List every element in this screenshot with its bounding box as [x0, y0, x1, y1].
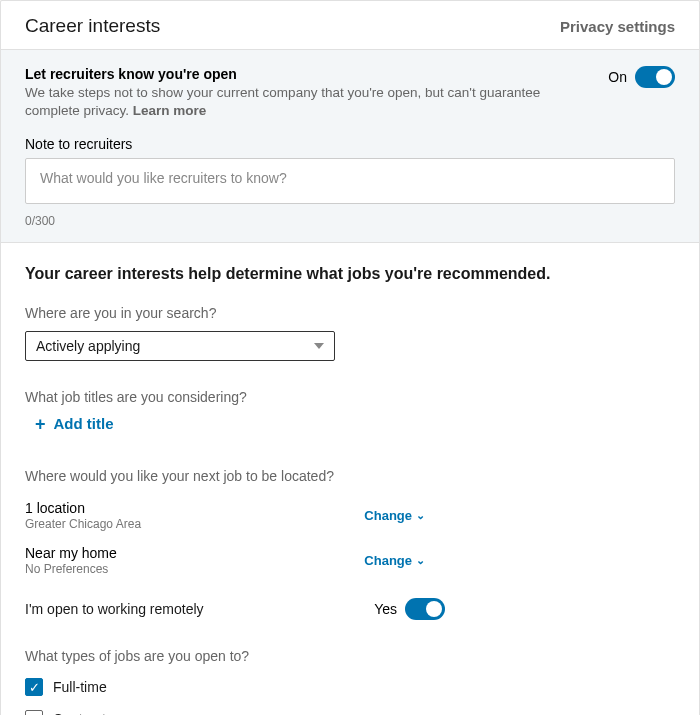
remote-toggle-label: Yes: [374, 601, 397, 617]
chevron-down-icon: ⌄: [416, 554, 425, 567]
card-header: Career interests Privacy settings: [1, 1, 699, 50]
search-stage-label: Where are you in your search?: [25, 305, 675, 321]
recruiters-title: Let recruiters know you're open: [25, 66, 588, 82]
note-field-wrapper: [25, 158, 675, 204]
remote-row: I'm open to working remotely Yes: [25, 598, 445, 620]
job-type-fulltime[interactable]: ✓ Full-time: [25, 678, 675, 696]
checkbox-unchecked-icon: [25, 710, 43, 715]
job-titles-label: What job titles are you considering?: [25, 389, 675, 405]
recruiters-desc: We take steps not to show your current c…: [25, 84, 588, 120]
location-2-sub: No Preferences: [25, 562, 117, 576]
recruiters-text: Let recruiters know you're open We take …: [25, 66, 588, 120]
location-2-title: Near my home: [25, 545, 117, 561]
recruiters-toggle-label: On: [608, 69, 627, 85]
main-section: Your career interests help determine wha…: [1, 243, 699, 715]
privacy-settings-link[interactable]: Privacy settings: [560, 18, 675, 35]
location-1-sub: Greater Chicago Area: [25, 517, 141, 531]
location-label: Where would you like your next job to be…: [25, 468, 675, 484]
note-label: Note to recruiters: [25, 136, 675, 152]
job-types-label: What types of jobs are you open to?: [25, 648, 675, 664]
recruiters-section: Let recruiters know you're open We take …: [1, 50, 699, 243]
note-input[interactable]: [38, 169, 662, 187]
location-row-1: 1 location Greater Chicago Area Change ⌄: [25, 500, 425, 531]
location-1-title: 1 location: [25, 500, 141, 516]
caret-down-icon: [314, 343, 324, 349]
job-type-contract[interactable]: Contract: [25, 710, 675, 715]
location-row-2: Near my home No Preferences Change ⌄: [25, 545, 425, 576]
search-stage-select[interactable]: Actively applying: [25, 331, 335, 361]
location-2-change[interactable]: Change ⌄: [364, 553, 425, 568]
chevron-down-icon: ⌄: [416, 509, 425, 522]
remote-label: I'm open to working remotely: [25, 601, 204, 617]
location-1-change[interactable]: Change ⌄: [364, 508, 425, 523]
main-heading: Your career interests help determine wha…: [25, 265, 675, 283]
plus-icon: +: [35, 417, 46, 431]
recruiters-toggle[interactable]: [635, 66, 675, 88]
note-counter: 0/300: [25, 214, 675, 228]
recruiters-toggle-block: On: [608, 66, 675, 88]
checkbox-checked-icon: ✓: [25, 678, 43, 696]
add-title-button[interactable]: + Add title: [35, 415, 114, 432]
page-title: Career interests: [25, 15, 160, 37]
search-stage-value: Actively applying: [36, 338, 140, 354]
learn-more-link[interactable]: Learn more: [133, 103, 207, 118]
remote-toggle[interactable]: [405, 598, 445, 620]
career-interests-card: Career interests Privacy settings Let re…: [0, 0, 700, 715]
